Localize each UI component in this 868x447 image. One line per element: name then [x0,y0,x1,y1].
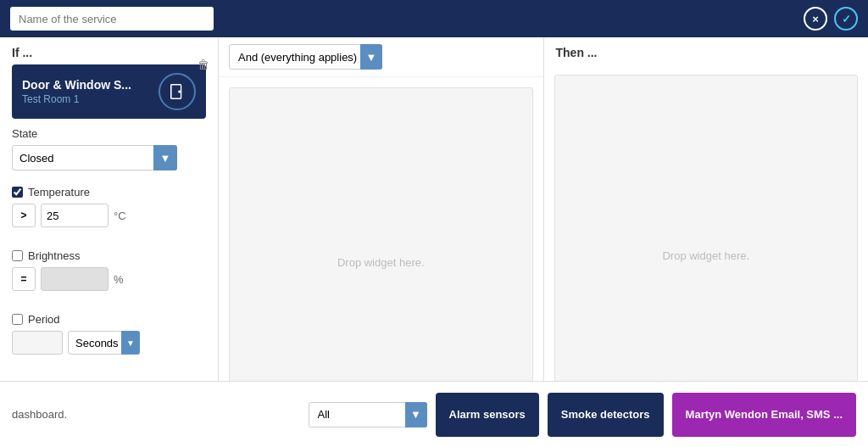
brightness-checkbox[interactable] [12,250,23,261]
period-input-row: Seconds Minutes Hours ▼ [12,331,206,355]
then-label: Then ... [544,37,869,64]
close-icon: × [812,13,819,25]
period-checkbox[interactable] [12,314,23,325]
period-checkbox-row: Period [12,313,206,326]
temperature-operator-btn[interactable]: > [12,204,36,227]
filter-select[interactable]: All Sensors Lights Switches [309,402,427,427]
filter-select-wrapper: All Sensors Lights Switches ▼ [309,402,427,427]
device-card-subtitle: Test Room 1 [22,93,159,105]
temperature-unit: °C [114,210,126,222]
state-select[interactable]: Closed Open [12,145,177,170]
alarm-widget[interactable]: Alarm sensors [436,393,539,437]
device-card: Door & Window S... Test Room 1 🗑 [12,64,206,119]
device-card-info: Door & Window S... Test Room 1 [22,78,159,105]
svg-point-1 [179,91,181,92]
condition-bar: And (everything applies) Or (anything ap… [219,37,543,77]
smoke-widget[interactable]: Smoke detectors [548,393,664,437]
service-name-input[interactable] [10,7,214,31]
state-select-wrapper: Closed Open ▼ [12,145,177,170]
state-label: State [12,127,206,140]
bottom-text: dashboard. [12,408,300,421]
condition-select-wrapper: And (everything applies) Or (anything ap… [229,44,382,70]
martyn-widget[interactable]: Martyn Wendon Email, SMS ... [672,393,856,437]
if-label: If ... [0,37,218,64]
brightness-input-row: = % [12,267,206,291]
temperature-row: Temperature [12,186,206,198]
brightness-row: Brightness [12,249,206,262]
top-bar-actions: × ✓ [804,7,858,31]
top-bar: × ✓ [0,0,868,37]
close-button[interactable]: × [804,7,827,31]
bottom-bar: dashboard. All Sensors Lights Switches ▼… [0,381,868,447]
period-label: Period [28,313,60,326]
period-value-input[interactable] [12,331,63,355]
temperature-label: Temperature [28,186,90,198]
state-section: State Closed Open ▼ [0,119,218,170]
brightness-slider[interactable] [41,267,108,291]
device-card-title: Door & Window S... [22,78,159,92]
temperature-checkbox[interactable] [12,187,23,198]
brightness-unit: % [114,273,124,286]
condition-select[interactable]: And (everything applies) Or (anything ap… [229,44,382,70]
brightness-label: Brightness [28,249,80,262]
door-icon [168,82,186,101]
temperature-section: Temperature > °C [0,170,218,227]
period-unit-wrapper: Seconds Minutes Hours ▼ [68,331,140,355]
brightness-section: Brightness = % [0,234,218,291]
delete-icon[interactable]: 🗑 [198,58,209,71]
period-section: Period Seconds Minutes Hours ▼ [0,298,218,355]
temperature-input-row: > °C [12,204,206,227]
brightness-operator-btn[interactable]: = [12,267,36,291]
period-unit-select[interactable]: Seconds Minutes Hours [68,331,140,355]
check-icon: ✓ [842,13,851,25]
confirm-button[interactable]: ✓ [834,7,858,31]
temperature-value-input[interactable] [41,204,108,227]
device-icon [159,73,196,110]
